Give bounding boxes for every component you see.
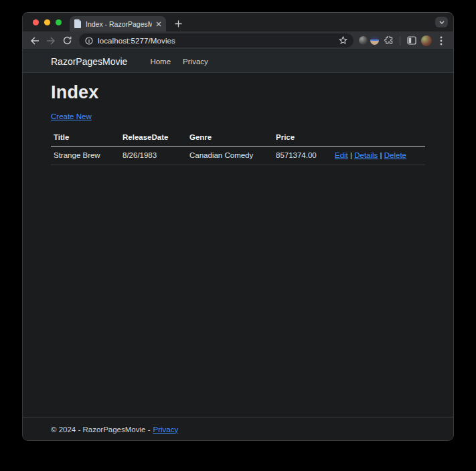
site-info-icon[interactable] <box>85 37 93 45</box>
profile-avatar[interactable] <box>421 35 432 46</box>
footer-privacy-link[interactable]: Privacy <box>153 426 178 434</box>
bookmark-star-icon[interactable] <box>339 36 347 45</box>
tab-title: Index - RazorPagesMovie <box>86 20 152 28</box>
browser-toolbar: localhost:5277/Movies <box>23 31 453 50</box>
toolbar-divider <box>400 36 400 45</box>
navbar-brand[interactable]: RazorPagesMovie <box>51 56 127 67</box>
column-header <box>332 130 425 147</box>
site-footer: © 2024 - RazorPagesMovie - Privacy <box>23 417 453 441</box>
site-navbar: RazorPagesMovie Home Privacy <box>23 50 453 73</box>
footer-text: © 2024 - RazorPagesMovie - <box>51 426 150 434</box>
nav-link-home[interactable]: Home <box>150 58 171 66</box>
url-text[interactable]: localhost:5277/Movies <box>98 37 334 45</box>
reload-icon[interactable] <box>60 34 74 48</box>
browser-window: Index - RazorPagesMovie localhost:5277/M… <box>22 12 454 441</box>
tab-close-icon[interactable] <box>156 21 161 27</box>
close-window-button[interactable] <box>33 19 39 25</box>
column-header: ReleaseDate <box>120 130 187 147</box>
table-cell: Strange Brew <box>51 147 120 165</box>
row-actions: Edit | Details | Delete <box>332 147 425 165</box>
table-row: Strange Brew8/26/1983Canadian Comedy8571… <box>51 147 425 165</box>
tab-strip: Index - RazorPagesMovie <box>23 13 453 31</box>
back-icon[interactable] <box>28 34 42 48</box>
extension-1-icon[interactable] <box>359 36 368 45</box>
movies-table-body: Strange Brew8/26/1983Canadian Comedy8571… <box>51 147 425 165</box>
table-cell: 8/26/1983 <box>120 147 187 165</box>
page-content: RazorPagesMovie Home Privacy Index Creat… <box>23 50 453 441</box>
minimize-window-button[interactable] <box>44 19 50 25</box>
action-separator: | <box>348 151 354 159</box>
table-cell: Canadian Comedy <box>187 147 273 165</box>
extension-2-icon[interactable] <box>370 36 379 45</box>
address-bar[interactable]: localhost:5277/Movies <box>79 33 353 48</box>
delete-link[interactable]: Delete <box>384 151 406 159</box>
column-header: Title <box>51 130 120 147</box>
main-content: Index Create New TitleReleaseDateGenrePr… <box>23 73 453 417</box>
traffic-lights <box>23 13 70 31</box>
extensions-puzzle-icon[interactable] <box>382 34 395 48</box>
new-tab-button[interactable] <box>171 17 185 30</box>
details-link[interactable]: Details <box>354 151 378 159</box>
page-title: Index <box>51 82 425 103</box>
menu-kebab-icon[interactable] <box>434 34 448 48</box>
tab-favicon <box>74 19 82 28</box>
column-header: Genre <box>187 130 273 147</box>
browser-tab[interactable]: Index - RazorPagesMovie <box>70 16 166 31</box>
column-header: Price <box>273 130 332 147</box>
table-cell: 8571374.00 <box>273 147 332 165</box>
nav-link-privacy[interactable]: Privacy <box>183 58 208 66</box>
create-new-link[interactable]: Create New <box>51 112 92 120</box>
edit-link[interactable]: Edit <box>335 151 348 159</box>
movies-table: TitleReleaseDateGenrePrice Strange Brew8… <box>51 130 425 165</box>
tab-search-chevron-icon[interactable] <box>435 17 448 27</box>
table-header-row: TitleReleaseDateGenrePrice <box>51 130 425 147</box>
action-separator: | <box>378 151 384 159</box>
forward-icon[interactable] <box>44 34 58 48</box>
zoom-window-button[interactable] <box>56 19 62 25</box>
side-panel-icon[interactable] <box>405 34 418 48</box>
